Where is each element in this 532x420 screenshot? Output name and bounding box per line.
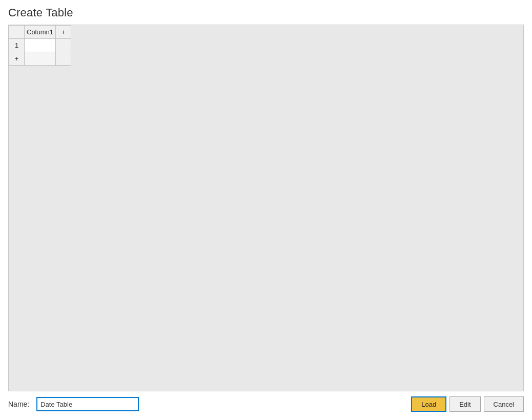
row-num-header (9, 26, 25, 39)
add-row: + (9, 52, 71, 66)
row-number-1: 1 (9, 39, 25, 52)
add-row-button[interactable]: + (9, 52, 25, 66)
cancel-button[interactable]: Cancel (484, 396, 524, 412)
column1-header: Column1 (25, 26, 56, 39)
button-group: Load Edit Cancel (411, 396, 524, 412)
data-cell-1-add (56, 39, 71, 52)
table-container: Column1 + 1 + (8, 25, 524, 391)
add-row-extra (56, 52, 71, 66)
name-label: Name: (8, 400, 29, 408)
add-row-empty-cell (25, 52, 56, 66)
data-cell-1-1[interactable] (25, 39, 56, 52)
load-button[interactable]: Load (411, 396, 446, 412)
table-name-input[interactable] (36, 397, 139, 411)
edit-button[interactable]: Edit (449, 396, 480, 412)
bottom-bar: Name: Load Edit Cancel (8, 391, 524, 412)
table-row: 1 (9, 39, 71, 52)
page-title: Create Table (8, 6, 524, 19)
add-column-button[interactable]: + (56, 26, 71, 39)
